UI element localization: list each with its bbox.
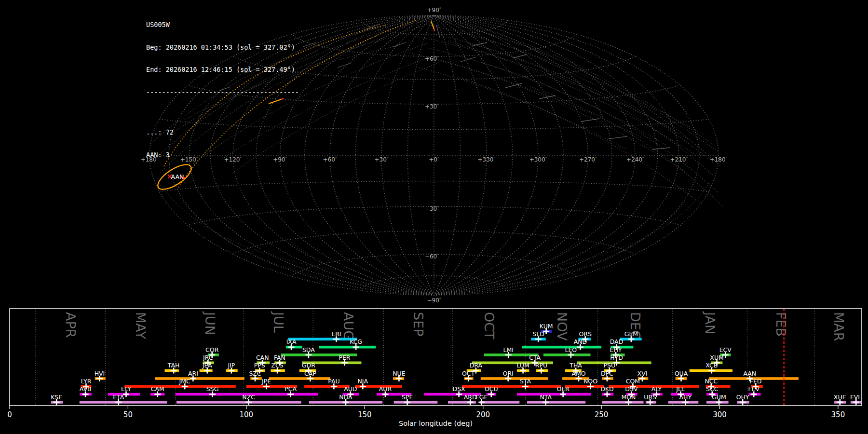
month-label: NOV [555, 312, 570, 341]
month-label: MAR [831, 312, 846, 341]
shower-label-COR: COR [205, 346, 219, 353]
shower-label-GUM: GUM [712, 393, 726, 401]
shower-bar-ETA [80, 401, 167, 404]
shower-label-JLE: JLE [676, 385, 685, 393]
shower-bar-CAP [269, 377, 331, 380]
shower-bar-PCA [251, 393, 318, 396]
shower-label-PAU: PAU [328, 378, 339, 385]
longitude-label: +330° [478, 156, 496, 163]
shower-label-DRA: DRA [470, 362, 483, 369]
shower-label-NTA: NTA [540, 393, 552, 401]
x-tick-label: 100 [239, 410, 253, 419]
shower-label-AAN: AAN [743, 370, 756, 377]
aan-count: AAN: 3 [146, 151, 299, 159]
shower-label-SLD: SLD [532, 330, 544, 338]
shower-bar-EGE [480, 401, 520, 404]
sky-map: AAN+180°+150°+120°+90°+60°+30°+0°+330°+3… [0, 0, 868, 306]
observation-header: US005W Beg: 20260216 01:34:53 (sol = 327… [146, 6, 299, 174]
fov-trace-arc [289, 241, 434, 294]
latitude-label: −30° [425, 205, 439, 212]
month-label: FEB [773, 312, 788, 337]
x-tick-label: 250 [595, 410, 609, 419]
fov-trace-arc [420, 68, 627, 149]
shower-label-JEA: JEA [202, 362, 213, 369]
shower-bar-PAU [304, 385, 350, 388]
parallel-line [360, 276, 507, 290]
shower-label-GDR: GDR [302, 362, 315, 369]
shower-label-ETA: ETA [113, 393, 124, 401]
shower-bar-KCG [319, 346, 376, 349]
shower-label-ERI: ERI [331, 330, 341, 338]
shower-label-AUR: AUR [379, 385, 392, 393]
begin-time: Beg: 20260216 01:34:53 (sol = 327.02°) [146, 44, 299, 52]
fov-trace-arc [436, 17, 714, 145]
shower-label-NIA: NIA [358, 378, 368, 385]
radiant-map-screen: AAN+180°+150°+120°+90°+60°+30°+0°+330°+3… [0, 0, 868, 434]
fov-trace-arc [458, 77, 699, 203]
shower-label-AND: AND [574, 338, 587, 345]
shower-label-XVI: XVI [637, 370, 648, 377]
shower-label-NDA: NDA [339, 393, 353, 401]
shower-label-DSX: DSX [453, 385, 466, 393]
shower-label-AUD: AUD [344, 385, 357, 393]
shower-label-NCC: NCC [705, 378, 718, 385]
shower-bar-OER [517, 393, 591, 396]
latitude-label: −60° [425, 253, 439, 260]
shower-label-AVB: AVB [80, 385, 92, 393]
shower-label-LEO: LEO [565, 346, 577, 353]
month-labels: APRMAYJUNJULAUGSEPOCTNOVDECJANFEBMAR [63, 311, 846, 341]
shower-bar-JMC [124, 385, 236, 388]
shower-label-TAH: TAH [167, 362, 180, 369]
shower-label-SPE: SPE [402, 393, 413, 401]
shower-label-SCC: SCC [706, 385, 719, 393]
shower-label-ORI: ORI [503, 370, 514, 377]
longitude-label: +300° [529, 156, 547, 163]
meteor-streak [338, 63, 352, 68]
shower-bar-ARI [155, 377, 244, 380]
shower-bar-NTA [527, 401, 585, 404]
orange-meteor-streak [431, 21, 434, 29]
shower-label-SDA: SDA [302, 346, 315, 353]
x-tick-label: 0 [7, 410, 12, 419]
meridian-line [280, 15, 434, 295]
fov-trace-arc [502, 203, 685, 285]
shower-bar-NOO [565, 385, 604, 388]
shower-label-PPS: PPS [254, 362, 265, 369]
shower-label-XHE: XHE [834, 393, 846, 401]
shower-bar-MON [602, 401, 643, 404]
shower-label-CAP: CAP [304, 370, 316, 377]
shower-label-EGE: EGE [475, 393, 488, 401]
shower-label-JRC: JRC [203, 354, 213, 361]
shower-label-CAN: CAN [256, 354, 269, 361]
shower-label-PER: PER [339, 354, 350, 361]
sporadic-count: ...: 72 [146, 129, 299, 136]
fov-trace-arc [448, 41, 694, 154]
shower-label-KSE: KSE [51, 393, 62, 401]
shower-label-FAN: FAN [274, 354, 285, 361]
shower-label-KUM: KUM [540, 323, 553, 330]
shower-label-MON: MON [622, 393, 636, 401]
latitude-label: +30° [425, 103, 439, 110]
shower-labels: KUMERISLDORSGEMIXAKCGANDDADCORSDALMILEOE… [51, 323, 860, 401]
shower-label-ARI: ARI [188, 370, 198, 377]
shower-label-JPE: JPE [261, 378, 271, 385]
shower-label-AMO: AMO [571, 370, 585, 377]
shower-label-NUE: NUE [393, 370, 405, 377]
shower-label-ARD: ARD [464, 393, 477, 401]
shower-bar-ERI [288, 338, 357, 341]
meteor-streak [609, 136, 627, 139]
x-tick-label: 350 [831, 410, 845, 419]
longitude-label: +210° [670, 156, 688, 163]
shower-label-DAD: DAD [610, 338, 624, 345]
shower-label-PCA: PCA [285, 385, 297, 393]
shower-label-FED: FED [750, 378, 762, 385]
month-label: AUG [341, 312, 356, 340]
shower-label-JMC: JMC [179, 378, 190, 385]
longitude-label: +60° [323, 156, 337, 163]
shower-bar-AND [522, 346, 601, 349]
month-label: OCT [482, 312, 497, 339]
shower-label-OCT: OCT [462, 370, 475, 377]
station-id: US005W [146, 21, 299, 29]
meteor-streak [461, 57, 476, 62]
shower-label-ZCS: ZCS [271, 362, 283, 369]
